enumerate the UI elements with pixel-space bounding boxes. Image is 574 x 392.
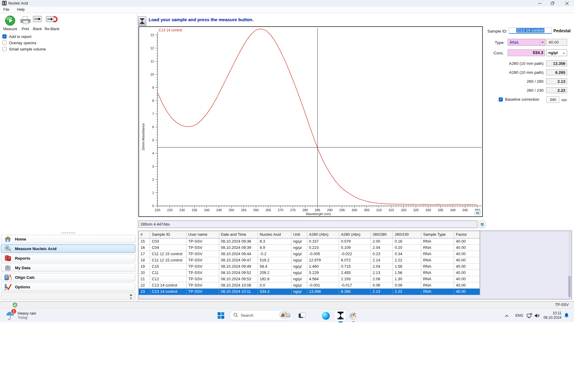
svg-text:285: 285 [315, 208, 320, 212]
nucleic-acid-app-button[interactable] [334, 310, 346, 321]
menu-help[interactable]: Help [14, 7, 28, 12]
svg-text:300: 300 [352, 208, 357, 212]
table-cell: C11 [150, 270, 187, 276]
column-header[interactable]: Nucleic Acid [258, 231, 291, 238]
table-cell: 1.58 [393, 264, 421, 270]
table-cell: 40.00 [454, 289, 480, 295]
table-cell: 17 [139, 251, 150, 257]
spectrum-chart[interactable]: 2202252302352402452502552602652702752802… [138, 26, 483, 217]
table-cell: 2.455 [339, 270, 371, 276]
close-button[interactable] [560, 0, 574, 7]
column-header[interactable]: A280 (Abs) [339, 231, 371, 238]
table-row[interactable]: 20C11TP-SSV08.10.2024 09:52209.2ng/µl5.2… [139, 270, 480, 276]
svg-text:320: 320 [401, 208, 406, 212]
collapse-down-button[interactable] [479, 220, 486, 228]
volume-icon[interactable] [534, 313, 541, 318]
svg-text:340: 340 [450, 208, 456, 212]
sidebar-item-reports[interactable]: Reports [1, 254, 135, 262]
overlay-spectra-checkbox[interactable]: Overlay spectra [2, 40, 36, 45]
clock-widget[interactable]: 10:11 08.10.2024 [542, 311, 561, 320]
sidebar-item-home[interactable]: Home [1, 235, 135, 243]
table-cell: RNA [421, 251, 454, 257]
column-header[interactable]: 260/230 [393, 231, 421, 238]
column-header[interactable]: Sample Type [421, 231, 454, 238]
type-dropdown[interactable]: RNA [508, 39, 545, 46]
column-header[interactable]: Date and Time [219, 231, 258, 238]
svg-text:335: 335 [438, 208, 443, 212]
table-cell: TP-SSV [187, 245, 219, 251]
baseline-correction-checkbox[interactable]: ✓ Baseline correction [499, 97, 539, 102]
table-row[interactable]: 19C15TP-SSV08.10.2024 09:4958.4ng/µl1.46… [139, 264, 480, 270]
table-cell: RNA [421, 238, 454, 244]
notification-badge: 1 [11, 308, 17, 314]
table-row[interactable]: 18C11 12 15 controlTP-SSV08.10.2024 09:4… [139, 257, 480, 264]
table-row[interactable]: 22C13 14 controlTP-SSV08.10.2024 10:080.… [139, 282, 480, 289]
add-to-report-checkbox[interactable]: ✓ Add to report [2, 34, 31, 39]
table-header-row: #Sample IDUser nameDate and TimeNucleic … [139, 231, 480, 238]
notification-bell-icon[interactable] [564, 313, 570, 318]
search-box[interactable]: Search [230, 310, 293, 320]
sidebar-item-oligo-calc[interactable]: Oligo Calc [1, 273, 135, 281]
table-row[interactable]: 23C13 14 controlTP-SSV08.10.2024 10:1153… [139, 289, 480, 295]
table-cell: RNA [421, 245, 454, 251]
column-header[interactable]: Sample ID [150, 231, 187, 238]
edge-browser-icon[interactable] [322, 312, 330, 320]
display-connect-icon[interactable] [526, 313, 533, 318]
conc-unit-dropdown[interactable]: ng/µl [546, 49, 567, 56]
table-cell: 58.4 [258, 264, 291, 270]
menu-file[interactable]: File [0, 7, 13, 12]
print-button[interactable]: Print [19, 14, 32, 31]
pedestal-icon [138, 16, 146, 26]
sidebar-item-my-data[interactable]: My Data [1, 264, 135, 272]
sidebar-item-options[interactable]: Options [1, 283, 135, 291]
results-table-panel: #Sample IDUser nameDate and TimeNucleic … [138, 231, 572, 299]
table-cell: 519.2 [258, 257, 291, 263]
tray-time: 10:11 [542, 311, 561, 316]
weather-widget[interactable]: 1 Heavy rain Today [6, 310, 36, 320]
small-sample-volume-checkbox[interactable]: Small sample volume [2, 47, 46, 51]
table-row[interactable]: 16C04TP-SSV08.10.2024 09:398.9ng/µl0.223… [139, 245, 480, 251]
sample-id-input[interactable]: C13 14 control [509, 27, 552, 34]
restore-button[interactable] [546, 0, 559, 7]
table-row[interactable]: 17C11 12 15 controlTP-SSV08.10.2024 09:4… [139, 251, 480, 257]
measure-button[interactable]: Measure [2, 14, 19, 31]
column-header[interactable]: # [139, 231, 150, 238]
type-factor-field[interactable]: 40.00 [546, 39, 567, 46]
svg-text:255: 255 [241, 208, 246, 212]
table-cell: 2.22 [393, 289, 421, 295]
table-scrollbar-thumb[interactable] [568, 276, 571, 297]
minimize-button[interactable] [533, 0, 546, 7]
start-button[interactable] [217, 312, 225, 319]
table-cell: -0.001 [307, 282, 339, 288]
baseline-wavelength-field[interactable]: 340 [546, 97, 559, 103]
table-cell: 0.34 [393, 251, 421, 257]
sidebar-item-measure-nucleic-acid[interactable]: Measure Nucleic Acid [1, 244, 135, 253]
sidebar-collapse-bar[interactable]: »▼ [1, 292, 135, 300]
checkbox-box: ✓ [2, 34, 7, 39]
svg-text:260: 260 [253, 208, 259, 212]
collapse-left-button[interactable] [474, 210, 481, 215]
column-header[interactable]: User name [187, 231, 219, 238]
panel-splitter-handle[interactable] [61, 232, 75, 233]
tray-expand-chevron[interactable] [504, 314, 509, 318]
app-status-bar: TP-SSV [0, 301, 574, 308]
blank-button[interactable]: Blank [31, 14, 44, 31]
column-header[interactable]: Factor [454, 231, 480, 238]
column-header[interactable]: A260 (Abs) [307, 231, 339, 238]
value-field: 2.13 [546, 78, 567, 84]
search-highlight-image [279, 311, 291, 320]
running-app-indicator [352, 321, 355, 322]
svg-text:9: 9 [152, 86, 154, 89]
svg-text:245: 245 [216, 208, 222, 212]
language-indicator[interactable]: ENG [514, 313, 524, 318]
table-cell: 23 [139, 289, 150, 295]
task-view-button[interactable] [298, 312, 306, 319]
reblank-button[interactable]: Re-Blank [44, 14, 60, 31]
paint-app-icon[interactable] [349, 312, 357, 320]
table-cell: RNA [421, 257, 454, 263]
column-header[interactable]: 260/280 [371, 231, 393, 238]
table-cell: TP-SSV [187, 282, 219, 288]
table-row[interactable]: 15C03TP-SSV08.10.2024 09:366.3ng/µl0.157… [139, 238, 480, 245]
table-row[interactable]: 21C12TP-SSV08.10.2024 09:53182.6ng/µl4.5… [139, 276, 480, 282]
column-header[interactable]: Unit [291, 231, 307, 238]
